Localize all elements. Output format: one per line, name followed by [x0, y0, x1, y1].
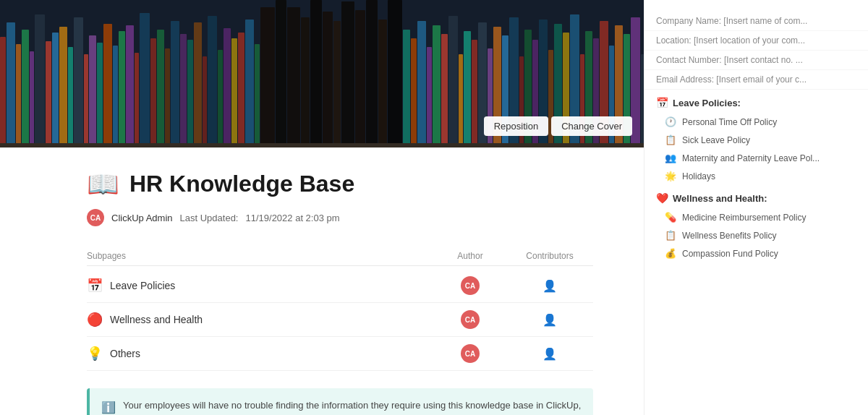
- page-content: 📖 HR Knowledge Base CA ClickUp Admin Las…: [0, 147, 644, 415]
- personal-time-off-icon: 🕐: [665, 116, 676, 127]
- row-others: 💡 Others: [87, 346, 434, 361]
- wellness-health-icon: 🔴: [87, 312, 103, 328]
- row-leave-policies: 📅 Leave Policies: [87, 278, 434, 294]
- meta-row: CA ClickUp Admin Last Updated: 11/19/202…: [87, 209, 615, 226]
- wellness-benefits-label: Wellness Benefits Policy: [682, 231, 777, 241]
- compassion-fund-icon: 💰: [665, 248, 676, 259]
- personal-time-off-label: Personal Time Off Policy: [682, 117, 777, 127]
- sidebar-item-personal-time-off[interactable]: 🕐 Personal Time Off Policy: [644, 113, 868, 131]
- company-name-label: Company Name: [Insert name of com...: [656, 16, 807, 26]
- sick-leave-label: Sick Leave Policy: [682, 135, 750, 145]
- cover-actions: Reposition Change Cover: [484, 116, 632, 136]
- sidebar-field-company[interactable]: Company Name: [Insert name of com...: [644, 12, 868, 31]
- last-updated-label: Last Updated:: [180, 213, 239, 223]
- last-updated-value: 11/19/2022 at 2:03 pm: [245, 213, 339, 223]
- sidebar-item-wellness-benefits[interactable]: 📋 Wellness Benefits Policy: [644, 226, 868, 244]
- leave-policies-author: CA: [434, 276, 506, 295]
- page-emoji-icon[interactable]: 📖: [87, 171, 119, 197]
- maternity-paternity-icon: 👥: [665, 153, 676, 163]
- holidays-label: Holidays: [682, 171, 715, 181]
- location-label: Location: [Insert location of your com..…: [656, 35, 805, 46]
- others-contributors: 👤: [506, 347, 593, 361]
- sidebar-item-holidays[interactable]: 🌟 Holidays: [644, 167, 868, 185]
- others-icon: 💡: [87, 346, 103, 361]
- leave-policies-author-avatar: CA: [461, 276, 480, 295]
- medicine-reimbursement-icon: 💊: [665, 212, 676, 223]
- medicine-reimbursement-label: Medicine Reimbursement Policy: [682, 213, 806, 223]
- holidays-icon: 🌟: [665, 171, 676, 181]
- email-label: Email Address: [Insert email of your c..…: [656, 74, 807, 85]
- sidebar-item-maternity-paternity[interactable]: 👥 Maternity and Paternity Leave Pol...: [644, 149, 868, 167]
- sidebar-field-email[interactable]: Email Address: [Insert email of your c..…: [644, 70, 868, 90]
- others-label: Others: [110, 348, 140, 359]
- cover-image: Reposition Change Cover: [0, 0, 644, 147]
- change-cover-button[interactable]: Change Cover: [551, 116, 632, 136]
- reposition-button[interactable]: Reposition: [484, 116, 548, 136]
- row-wellness-health: 🔴 Wellness and Health: [87, 312, 434, 328]
- page-title: HR Knowledge Base: [129, 171, 354, 197]
- contact-label: Contact Number: [Insert contact no. ...: [656, 55, 803, 65]
- wellness-health-section-title: Wellness and Health:: [673, 193, 767, 204]
- sick-leave-icon: 📋: [665, 134, 676, 145]
- others-author: CA: [434, 344, 506, 363]
- leave-policies-label: Leave Policies: [110, 280, 175, 291]
- table-row[interactable]: 🔴 Wellness and Health CA 👤: [87, 303, 593, 337]
- sidebar-section-wellness-health: ❤️ Wellness and Health:: [644, 185, 868, 208]
- leave-policies-contributors: 👤: [506, 279, 593, 293]
- callout-info-icon: ℹ️: [101, 399, 116, 415]
- title-row: 📖 HR Knowledge Base: [87, 171, 615, 197]
- contributor-person-icon: 👤: [542, 347, 557, 361]
- table-row[interactable]: 📅 Leave Policies CA 👤: [87, 269, 593, 303]
- table-row[interactable]: 💡 Others CA 👤: [87, 337, 593, 371]
- leave-policies-icon: 📅: [87, 278, 103, 294]
- callout-box: ℹ️ Your employees will have no trouble f…: [87, 388, 593, 415]
- contributor-person-icon: 👤: [542, 279, 557, 293]
- wellness-health-contributors: 👤: [506, 313, 593, 327]
- sidebar-item-sick-leave[interactable]: 📋 Sick Leave Policy: [644, 131, 868, 149]
- callout-text: Your employees will have no trouble find…: [123, 398, 582, 415]
- contributor-person-icon: 👤: [542, 313, 557, 327]
- author-avatar: CA: [87, 209, 104, 226]
- sidebar-item-medicine-reimbursement[interactable]: 💊 Medicine Reimbursement Policy: [644, 208, 868, 226]
- wellness-health-author-avatar: CA: [461, 310, 480, 329]
- col-header-author: Author: [434, 251, 506, 261]
- subpages-table: Subpages Author Contributors 📅 Leave Pol…: [87, 247, 593, 371]
- maternity-paternity-label: Maternity and Paternity Leave Pol...: [682, 153, 820, 163]
- table-header: Subpages Author Contributors: [87, 247, 593, 266]
- wellness-health-section-icon: ❤️: [656, 192, 668, 204]
- others-author-avatar: CA: [461, 344, 480, 363]
- author-name: ClickUp Admin: [111, 213, 173, 223]
- sidebar-field-contact[interactable]: Contact Number: [Insert contact no. ...: [644, 51, 868, 70]
- leave-policies-section-icon: 📅: [656, 97, 668, 108]
- wellness-benefits-icon: 📋: [665, 230, 676, 241]
- sidebar-item-compassion-fund[interactable]: 💰 Compassion Fund Policy: [644, 244, 868, 262]
- sidebar-field-location[interactable]: Location: [Insert location of your com..…: [644, 31, 868, 51]
- sidebar-section-leave-policies: 📅 Leave Policies:: [644, 90, 868, 113]
- leave-policies-section-title: Leave Policies:: [673, 98, 741, 108]
- right-sidebar: Company Name: [Insert name of com... Loc…: [644, 0, 868, 415]
- col-header-subpages: Subpages: [87, 251, 434, 261]
- wellness-health-label: Wellness and Health: [110, 314, 203, 325]
- wellness-health-author: CA: [434, 310, 506, 329]
- compassion-fund-label: Compassion Fund Policy: [682, 249, 778, 259]
- col-header-contributors: Contributors: [506, 251, 593, 261]
